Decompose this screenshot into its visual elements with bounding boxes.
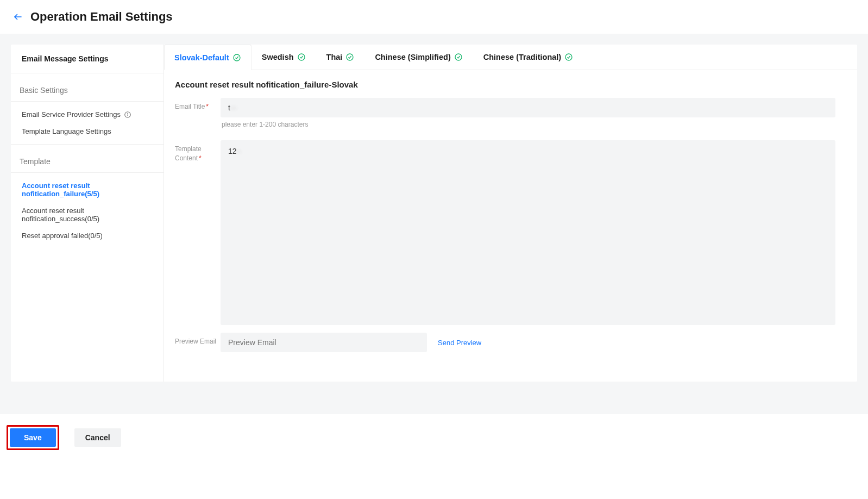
svg-point-8 [565,54,572,60]
template-form: Email Title* t··· please enter 1-200 cha… [164,92,857,352]
redacted-text: ··· [230,103,237,112]
page-header: Operation Email Settings [0,0,868,34]
required-marker: * [199,154,202,162]
email-title-hint: please enter 1-200 characters [221,117,835,136]
sidebar-item-label: Account reset result nofitication_failur… [22,182,153,198]
sidebar-item-template-reset-fail[interactable]: Reset approval failed(0/5) [11,227,163,244]
svg-point-4 [234,54,240,61]
page-footer: Save Cancel [0,414,868,461]
svg-point-3 [128,113,128,114]
sidebar-item-template-success[interactable]: Account reset result nofitication_succes… [11,202,163,227]
check-circle-icon [232,53,241,62]
sidebar-basic-list: Email Service Provider Settings Template… [11,102,163,145]
sidebar-item-label: Template Language Settings [22,127,111,135]
sidebar-item-template-failure[interactable]: Account reset result nofitication_failur… [11,177,163,202]
row-template-content: Template Content* 12·· [175,140,835,325]
check-circle-icon [454,53,463,61]
template-content-input[interactable]: 12·· [221,140,835,325]
sidebar-item-label: Email Service Provider Settings [22,110,121,118]
label-preview-email: Preview Email [175,333,221,352]
page-title: Operation Email Settings [30,10,173,24]
tab-label: Swedish [262,53,294,61]
sidebar: Email Message Settings Basic Settings Em… [11,45,164,382]
form-section-title: Account reset result nofitication_failur… [164,70,857,92]
content-area: Email Message Settings Basic Settings Em… [0,34,868,414]
label-template-content: Template Content* [175,140,221,325]
sidebar-item-label: Reset approval failed(0/5) [22,232,103,240]
main-content: Slovak-Default Swedish Thai [164,45,857,382]
tab-slovak[interactable]: Slovak-Default [164,45,251,70]
sidebar-group-template: Template [11,145,163,173]
preview-email-input[interactable] [221,333,427,352]
tab-swedish[interactable]: Swedish [251,45,316,70]
sidebar-group-basic: Basic Settings [11,73,163,102]
required-marker: * [206,103,209,110]
tab-chinese-traditional[interactable]: Chinese (Traditional) [473,45,583,70]
svg-point-6 [347,54,353,60]
sidebar-item-label: Account reset result nofitication_succes… [22,207,153,223]
svg-point-5 [298,54,305,60]
check-circle-icon [345,53,354,61]
tab-label: Chinese (Traditional) [483,53,561,61]
cancel-button[interactable]: Cancel [74,428,121,447]
label-email-title: Email Title* [175,98,221,136]
tab-thai[interactable]: Thai [316,45,365,70]
redacted-text: ·· [237,147,241,155]
sidebar-item-template-lang[interactable]: Template Language Settings [11,123,163,140]
tab-label: Chinese (Simplified) [375,53,450,61]
back-icon[interactable] [13,12,23,22]
row-email-title: Email Title* t··· please enter 1-200 cha… [175,98,835,136]
sidebar-item-esp-settings[interactable]: Email Service Provider Settings [11,106,163,123]
sidebar-section-title: Email Message Settings [11,45,163,73]
email-title-input[interactable]: t··· [221,98,835,117]
check-circle-icon [297,53,306,61]
main-panel: Email Message Settings Basic Settings Em… [11,45,857,382]
language-tabs: Slovak-Default Swedish Thai [164,45,857,70]
tab-label: Thai [326,53,343,61]
tab-chinese-simplified[interactable]: Chinese (Simplified) [364,45,473,70]
highlight-box: Save [7,425,59,450]
sidebar-template-list: Account reset result nofitication_failur… [11,173,163,248]
save-button[interactable]: Save [10,428,56,447]
svg-point-7 [455,54,462,60]
check-circle-icon [564,53,573,61]
info-icon [124,111,131,118]
row-preview-email: Preview Email Send Preview [175,333,835,352]
send-preview-link[interactable]: Send Preview [438,339,481,347]
tab-label: Slovak-Default [174,53,229,62]
